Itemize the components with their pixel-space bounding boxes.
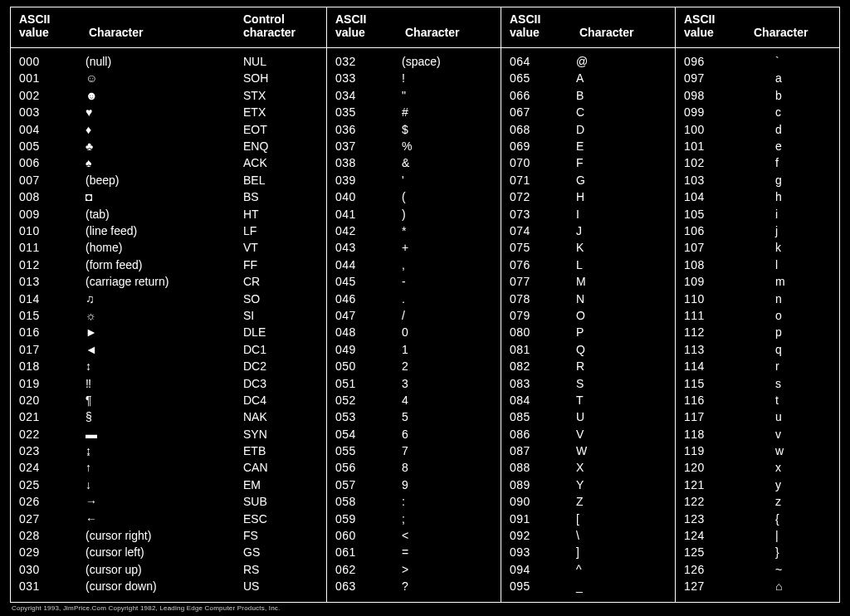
control-character: SYN (243, 427, 318, 442)
ascii-value: 084 (510, 393, 576, 408)
ascii-value: 009 (19, 207, 85, 222)
table-row: 006♠ACK (19, 155, 318, 172)
ascii-character: q (750, 342, 833, 358)
ascii-character: P (576, 325, 667, 340)
ascii-value: 055 (335, 443, 402, 459)
table-row: 067C (510, 104, 667, 120)
table-row: 027←ESC (19, 511, 318, 527)
table-row: 071G (510, 172, 667, 188)
ascii-value: 006 (19, 155, 85, 171)
ascii-value: 125 (684, 545, 750, 560)
ascii-value: 030 (19, 562, 85, 578)
ascii-character: % (402, 139, 492, 154)
ascii-character: k (750, 240, 833, 256)
ascii-value: 022 (19, 427, 85, 442)
table-row: 114r (684, 358, 833, 374)
ascii-value: 028 (19, 528, 85, 544)
ascii-value: 013 (19, 274, 85, 290)
table-row: 073I (510, 206, 667, 222)
ascii-character: V (576, 427, 667, 442)
control-character: BS (243, 189, 318, 205)
ascii-character: B (576, 88, 667, 104)
control-character: NAK (243, 409, 318, 425)
ascii-character: ; (402, 511, 492, 527)
ascii-character: < (402, 528, 492, 544)
ascii-value: 120 (684, 460, 750, 476)
table-row: 083S (510, 375, 667, 392)
ascii-value: 039 (335, 173, 402, 188)
ascii-character: 6 (402, 427, 492, 442)
ascii-character: ♥ (85, 105, 243, 120)
table-row: 099c (684, 104, 833, 120)
control-character: DC1 (243, 342, 318, 358)
table-row: 0513 (335, 375, 492, 392)
table-row: 024↑CAN (19, 460, 318, 477)
ascii-value: 025 (19, 477, 85, 493)
column-3: 096`097a098b099c100d101e102f103g104h105i… (675, 48, 841, 602)
ascii-character: C (576, 105, 667, 120)
ascii-character: r (750, 359, 833, 374)
ascii-value: 088 (510, 460, 576, 476)
ascii-value: 079 (510, 308, 576, 324)
table-row: 012(form feed)FF (19, 257, 318, 273)
control-character: EM (243, 477, 318, 493)
ascii-value: 054 (335, 427, 402, 442)
ascii-value: 087 (510, 443, 576, 459)
ascii-character: * (402, 223, 492, 239)
table-row: 103g (684, 172, 833, 188)
ascii-character: ↓ (85, 477, 243, 493)
table-row: 029(cursor left)GS (19, 545, 318, 561)
ascii-character: T (576, 393, 667, 408)
ascii-value: 016 (19, 325, 85, 340)
ascii-value: 015 (19, 308, 85, 324)
ascii-character: (cursor down) (85, 579, 243, 594)
table-row: 110n (684, 291, 833, 307)
table-row: 089Y (510, 477, 667, 493)
ascii-value: 014 (19, 291, 85, 307)
ascii-character: ☻ (85, 88, 243, 104)
ascii-value: 063 (335, 579, 402, 594)
ascii-value: 059 (335, 511, 402, 527)
table-row: 044, (335, 257, 492, 273)
ascii-character: ♦ (85, 122, 243, 138)
table-row: 106j (684, 222, 833, 239)
ascii-character: w (750, 443, 833, 459)
ascii-value: 106 (684, 223, 750, 239)
ascii-character: Q (576, 342, 667, 358)
ascii-value: 109 (684, 274, 750, 290)
table-row: 072H (510, 188, 667, 205)
table-row: 076L (510, 257, 667, 273)
ascii-character: F (576, 155, 667, 171)
ascii-character: p (750, 325, 833, 340)
ascii-value: 105 (684, 207, 750, 222)
table-row: 115s (684, 375, 833, 392)
ascii-value: 024 (19, 460, 85, 476)
ascii-value: 048 (335, 325, 402, 340)
table-row: 123{ (684, 511, 833, 527)
ascii-character: ◄ (85, 342, 243, 358)
table-row: 028(cursor right)FS (19, 527, 318, 544)
ascii-character: E (576, 139, 667, 154)
ascii-character: ^ (576, 562, 667, 578)
ascii-value: 038 (335, 155, 402, 171)
table-row: 068D (510, 121, 667, 138)
header-col-2: ASCIIvalue Character (501, 7, 675, 47)
ascii-value: 069 (510, 139, 576, 154)
hdr-ascii-value: ASCIIvalue (335, 12, 402, 39)
control-character: SI (243, 308, 318, 324)
ascii-value: 058 (335, 494, 402, 510)
ascii-character: + (402, 240, 492, 256)
table-row: 101e (684, 138, 833, 154)
table-row: 015☼SI (19, 307, 318, 324)
table-row: 031(cursor down)US (19, 578, 318, 594)
hdr-control-char: Controlcharacter (243, 12, 318, 39)
table-row: 019‼DC3 (19, 375, 318, 392)
ascii-value: 094 (510, 562, 576, 578)
ascii-value: 126 (684, 562, 750, 578)
ascii-character: ‼ (85, 376, 243, 392)
ascii-value: 046 (335, 291, 402, 307)
table-row: 062> (335, 561, 492, 578)
ascii-value: 017 (19, 342, 85, 358)
table-row: 125} (684, 545, 833, 561)
table-row: 045- (335, 273, 492, 290)
